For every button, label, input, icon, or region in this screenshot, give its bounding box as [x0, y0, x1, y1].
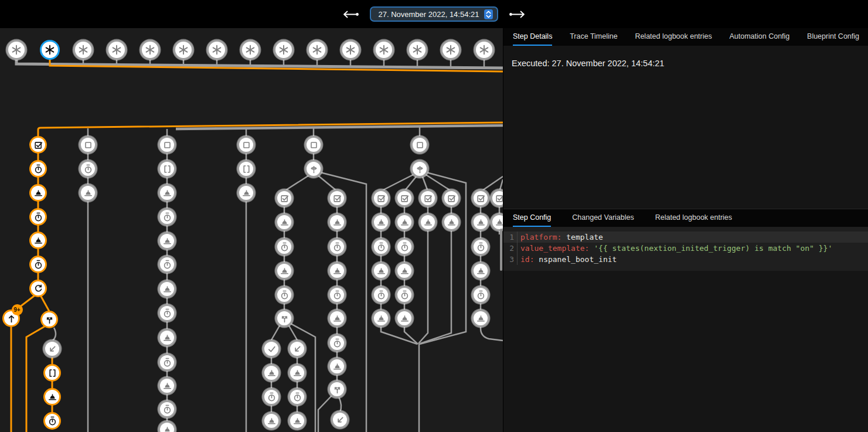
node-arrow-bottom-left[interactable]	[43, 340, 61, 358]
node-bell[interactable]	[275, 213, 293, 231]
node-checkbox[interactable]	[419, 189, 437, 207]
node-timer[interactable]	[158, 304, 176, 322]
node-brackets[interactable]	[158, 160, 176, 178]
node-brackets[interactable]	[237, 160, 255, 178]
node-timer[interactable]	[396, 286, 413, 304]
node-asterisk[interactable]	[240, 40, 260, 60]
details-tab-step-details[interactable]: Step Details	[513, 28, 552, 46]
node-asterisk[interactable]	[374, 40, 394, 60]
node-timer[interactable]	[372, 286, 390, 304]
node-bell[interactable]	[29, 232, 47, 249]
node-bell[interactable]	[288, 364, 306, 382]
node-timer[interactable]	[472, 238, 489, 256]
node-bell[interactable]	[372, 262, 390, 280]
node-bell[interactable]	[79, 184, 97, 202]
node-asterisk[interactable]	[407, 40, 427, 60]
node-bell[interactable]	[158, 232, 176, 250]
details-tab-blueprint-config[interactable]: Blueprint Config	[807, 28, 859, 46]
node-bell[interactable]	[29, 184, 47, 202]
node-checkbox[interactable]	[29, 136, 47, 154]
node-timer[interactable]	[288, 388, 306, 406]
node-timer[interactable]	[79, 160, 97, 178]
node-asterisk[interactable]	[6, 40, 26, 60]
node-square[interactable]	[158, 136, 176, 154]
node-timer[interactable]	[29, 160, 47, 178]
node-checkbox[interactable]	[328, 189, 346, 207]
node-bell[interactable]	[419, 213, 437, 231]
node-bell[interactable]	[372, 309, 390, 327]
node-bell[interactable]	[472, 213, 489, 231]
node-checkbox[interactable]	[275, 189, 293, 207]
node-bell[interactable]	[472, 309, 489, 327]
node-asterisk[interactable]	[307, 40, 327, 60]
node-timer[interactable]	[263, 388, 280, 406]
node-checkbox[interactable]	[372, 189, 390, 207]
node-bell[interactable]	[328, 358, 346, 375]
node-square[interactable]	[305, 136, 322, 154]
node-timer[interactable]	[396, 238, 413, 256]
node-bell[interactable]	[328, 213, 346, 231]
node-bell[interactable]	[372, 213, 390, 231]
node-timer[interactable]	[29, 256, 47, 273]
details-tab-automation-config[interactable]: Automation Config	[729, 28, 789, 46]
node-timer[interactable]	[472, 286, 489, 304]
node-checkbox[interactable]	[396, 189, 413, 207]
node-bell[interactable]	[396, 309, 413, 327]
node-asterisk[interactable]	[140, 40, 160, 60]
node-bell[interactable]	[263, 412, 280, 430]
details-tab-trace-timeline[interactable]: Trace Timeline	[570, 28, 618, 46]
next-run-button[interactable]	[506, 9, 529, 19]
node-choose[interactable]	[305, 160, 322, 178]
node-asterisk[interactable]	[73, 40, 93, 60]
node-timer[interactable]	[43, 412, 61, 430]
node-brackets[interactable]	[43, 364, 61, 382]
node-asterisk[interactable]	[441, 40, 461, 60]
node-asterisk[interactable]	[107, 40, 127, 60]
node-bell[interactable]	[328, 262, 346, 280]
node-check[interactable]	[263, 340, 280, 358]
node-bell[interactable]	[158, 329, 176, 346]
node-checkbox[interactable]	[442, 189, 460, 207]
node-bell[interactable]	[396, 213, 413, 231]
node-timer[interactable]	[372, 238, 390, 256]
node-timer[interactable]	[29, 208, 47, 226]
node-asterisk[interactable]	[474, 40, 494, 60]
node-timer[interactable]	[275, 238, 293, 256]
node-bell[interactable]	[328, 309, 346, 327]
config-tab-changed-variables[interactable]: Changed Variables	[572, 209, 634, 227]
node-bell[interactable]	[158, 184, 176, 202]
previous-run-button[interactable]	[339, 9, 362, 19]
node-bell[interactable]	[396, 262, 413, 280]
node-timer[interactable]	[328, 334, 346, 352]
yaml-code-editor[interactable]: 1platform: template2value_template: '{{ …	[503, 227, 868, 271]
config-tab-related-logbook-entries[interactable]: Related logbook entries	[655, 209, 732, 227]
node-square[interactable]	[79, 136, 97, 154]
node-timer[interactable]	[328, 286, 346, 304]
node-bell[interactable]	[158, 377, 176, 394]
node-asterisk[interactable]	[274, 40, 294, 60]
details-tab-related-logbook-entries[interactable]: Related logbook entries	[635, 28, 712, 46]
node-timer[interactable]	[328, 238, 346, 256]
node-bell[interactable]	[263, 364, 280, 382]
node-square[interactable]	[411, 136, 428, 154]
run-select[interactable]: 27. November 2022, 14:54:21	[370, 6, 498, 22]
node-bell[interactable]	[472, 262, 489, 280]
node-arrow-bottom-left[interactable]	[288, 340, 306, 358]
node-asterisk[interactable]	[173, 40, 193, 60]
node-checkbox[interactable]	[472, 189, 489, 207]
node-split[interactable]	[40, 311, 58, 328]
node-asterisk-selected[interactable]	[40, 40, 60, 60]
node-timer[interactable]	[275, 286, 293, 304]
node-choose[interactable]	[411, 160, 428, 178]
node-repeat[interactable]	[29, 280, 47, 297]
node-timer[interactable]	[158, 208, 176, 226]
node-timer[interactable]	[158, 400, 176, 418]
node-timer[interactable]	[158, 353, 176, 371]
node-split[interactable]	[328, 380, 346, 398]
node-asterisk[interactable]	[207, 40, 227, 60]
graph-scrollbar-thumb[interactable]	[500, 229, 502, 271]
node-bell[interactable]	[288, 412, 306, 430]
node-bell[interactable]	[158, 280, 176, 298]
node-square[interactable]	[237, 136, 255, 154]
node-split[interactable]	[275, 309, 293, 327]
